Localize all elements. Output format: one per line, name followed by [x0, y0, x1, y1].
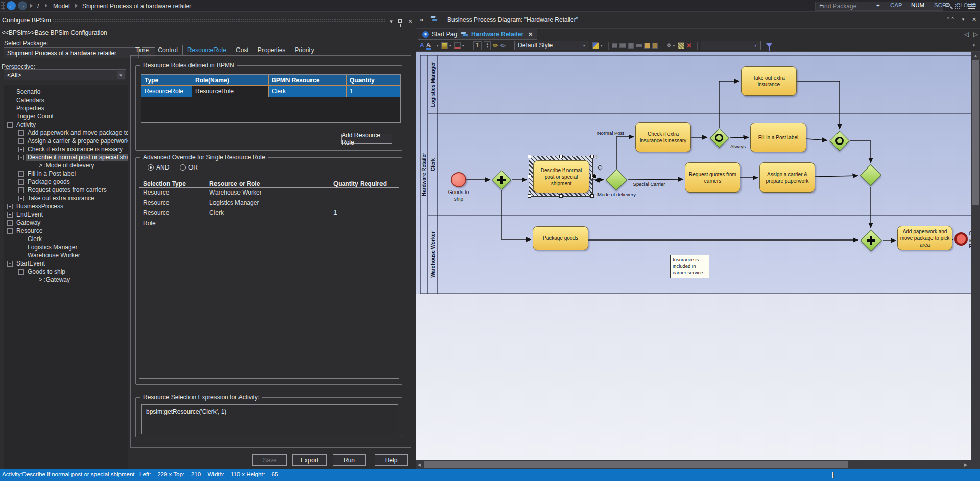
- advanced-override-table[interactable]: Selection TypeResource or RoleQuantity R…: [139, 178, 399, 379]
- expand-icon[interactable]: +: [18, 130, 24, 136]
- delete-icon[interactable]: ✕: [686, 41, 692, 50]
- column-header[interactable]: Resource or Role: [205, 179, 329, 187]
- font-color-icon[interactable]: A▼: [426, 41, 440, 50]
- zoom-in-icon[interactable]: +: [876, 2, 880, 8]
- column-header[interactable]: Role(Name): [192, 75, 269, 86]
- zoom-slider[interactable]: [829, 475, 872, 475]
- tree-item[interactable]: +Check if extra insurance is nessary: [4, 145, 128, 153]
- export-button[interactable]: Export: [292, 454, 327, 466]
- table-cell[interactable]: Logistics Manager: [205, 198, 329, 208]
- table-cell[interactable]: 1: [347, 86, 400, 97]
- resource-roles-table[interactable]: TypeRole(Name)BPMN ResourceQuantityResou…: [141, 74, 401, 123]
- bpmn-task[interactable]: Describe if normal post or special shipm…: [533, 160, 589, 193]
- horizontal-scrollbar-thumb[interactable]: [424, 461, 848, 468]
- table-cell[interactable]: Resource: [139, 188, 205, 198]
- table-cell[interactable]: [205, 219, 329, 229]
- radio-unselected-icon[interactable]: [180, 164, 186, 171]
- vertical-scrollbar-thumb[interactable]: [972, 60, 979, 205]
- expand-icon[interactable]: +: [18, 179, 24, 185]
- close-icon[interactable]: ✕: [407, 18, 414, 25]
- align-right-icon[interactable]: [628, 41, 634, 50]
- table-cell[interactable]: [329, 219, 398, 229]
- scroll-up-icon[interactable]: ▲: [971, 53, 980, 58]
- bpmn-gateway-none[interactable]: [860, 164, 881, 186]
- tree-item[interactable]: Properties: [4, 104, 128, 112]
- back-button[interactable]: ←: [7, 1, 16, 10]
- or-radio[interactable]: OR: [180, 164, 198, 171]
- table-cell[interactable]: Clerk: [205, 208, 329, 219]
- table-cell[interactable]: [329, 198, 398, 208]
- table-row[interactable]: ResourceWarehouse Worker: [139, 188, 399, 198]
- tab-cost[interactable]: Cost: [231, 45, 253, 55]
- tab-scroll-left-icon[interactable]: ◁: [964, 31, 969, 38]
- table-cell[interactable]: Resource: [139, 208, 205, 219]
- vertical-scrollbar[interactable]: ▲ ▼: [971, 52, 980, 469]
- quicklink-node-icon[interactable]: [592, 174, 597, 179]
- expand-icon[interactable]: +: [18, 196, 24, 201]
- table-row[interactable]: Role: [139, 219, 399, 229]
- appearance-icon[interactable]: ▼: [592, 41, 603, 50]
- tree-item[interactable]: +Gateway: [4, 219, 128, 227]
- collapse-icon[interactable]: -: [7, 122, 13, 128]
- collapse-chevrons-icon[interactable]: ⌃⌃: [946, 16, 955, 23]
- column-header[interactable]: Quantity Required: [329, 179, 398, 187]
- table-cell[interactable]: Clerk: [269, 86, 347, 97]
- tree-item[interactable]: -Resource: [4, 227, 128, 235]
- close-icon[interactable]: ✕: [972, 16, 976, 23]
- fill-color-icon[interactable]: ▼: [441, 41, 452, 50]
- expand-icon[interactable]: +: [7, 212, 13, 218]
- bpmn-annotation[interactable]: Insurance is included in carrier service: [670, 255, 709, 278]
- selection-handle[interactable]: [559, 155, 563, 158]
- drag-grip-icon[interactable]: [1, 2, 5, 10]
- tab-control[interactable]: Control: [153, 45, 182, 55]
- add-resource-role-button[interactable]: Add Resource Role: [341, 134, 392, 144]
- selection-handle[interactable]: [528, 194, 531, 198]
- collapse-icon[interactable]: -: [7, 261, 13, 267]
- tab-properties[interactable]: Properties: [253, 45, 291, 55]
- expand-icon[interactable]: +: [7, 220, 13, 226]
- save-button[interactable]: Save: [252, 454, 287, 466]
- table-cell[interactable]: Role: [139, 219, 205, 229]
- selection-handle[interactable]: [590, 194, 594, 198]
- expand-panel-icon[interactable]: »: [420, 16, 422, 23]
- tree-item[interactable]: +BusinessProcess: [4, 202, 128, 210]
- table-cell[interactable]: ResourceRole: [141, 86, 192, 97]
- breadcrumb-root[interactable]: /: [37, 3, 39, 10]
- perspective-combo[interactable]: <All> ▼: [4, 69, 126, 80]
- tree-item[interactable]: +Assign a carrier & prepare paperwork: [4, 137, 128, 145]
- collapse-icon[interactable]: -: [18, 155, 24, 160]
- table-cell[interactable]: Warehouse Worker: [205, 188, 329, 198]
- grid-icon[interactable]: [678, 41, 684, 50]
- help-button[interactable]: Help: [375, 454, 408, 466]
- tree-item[interactable]: Logistics Manager: [4, 243, 128, 251]
- tag-combo[interactable]: ▼: [701, 41, 761, 50]
- zoom-out-icon[interactable]: −: [820, 2, 823, 8]
- bpmn-task[interactable]: Request quotes from carriers: [685, 162, 740, 193]
- selection-handle[interactable]: [590, 155, 594, 158]
- bring-forward-icon[interactable]: [644, 41, 650, 50]
- tree-item[interactable]: +Fill in a Post label: [4, 170, 128, 178]
- tree-item[interactable]: Scenario: [4, 88, 128, 96]
- and-radio[interactable]: AND: [148, 164, 169, 171]
- table-cell[interactable]: 1: [329, 208, 398, 219]
- tree-item[interactable]: -Describe if normal post or special ship…: [4, 153, 128, 161]
- breadcrumb-model[interactable]: Model: [53, 3, 70, 10]
- selection-handle[interactable]: [528, 175, 531, 178]
- filter-icon[interactable]: [766, 41, 772, 50]
- breadcrumb-package[interactable]: Shipment Process of a hardware retailer: [82, 3, 192, 10]
- tree-item[interactable]: +Add paperwork and move package to pick: [4, 129, 128, 137]
- bpmn-task[interactable]: Take out extra insurance: [741, 66, 797, 96]
- bpmn-start-event[interactable]: [451, 172, 466, 187]
- table-row[interactable]: ResourceClerk1: [139, 208, 399, 219]
- send-back-icon[interactable]: [652, 41, 658, 50]
- forward-button[interactable]: →: [18, 1, 27, 10]
- selection-handle[interactable]: [559, 194, 563, 198]
- bpmn-end-event[interactable]: [954, 232, 968, 246]
- bpmn-task[interactable]: Fill in a Post label: [750, 123, 806, 152]
- expand-icon[interactable]: +: [18, 138, 24, 144]
- selection-handle[interactable]: [528, 155, 531, 158]
- tree-item[interactable]: Calendars: [4, 96, 128, 104]
- table-row[interactable]: ResourceRoleResourceRoleClerk1: [141, 86, 400, 97]
- window-position-icon[interactable]: ▾: [388, 18, 395, 25]
- tree-item[interactable]: Trigger Count: [4, 112, 128, 121]
